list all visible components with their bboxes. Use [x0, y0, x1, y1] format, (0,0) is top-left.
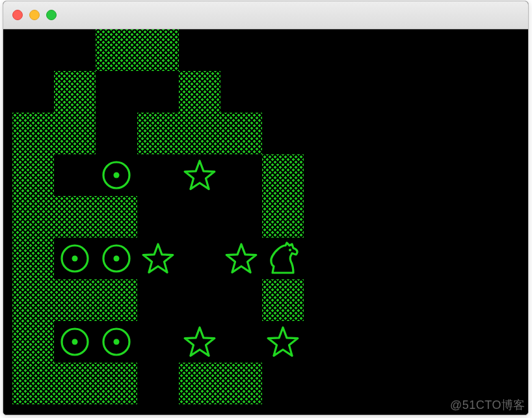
window-titlebar — [3, 1, 528, 29]
svg-point-4 — [72, 256, 78, 262]
target-marker — [54, 321, 96, 363]
target-marker — [96, 154, 137, 196]
floor-tile — [179, 279, 220, 321]
floor-tile — [179, 196, 220, 238]
wall-tile — [262, 154, 304, 196]
floor-tile — [220, 279, 262, 321]
floor-tile — [137, 279, 179, 321]
wall-tile — [12, 113, 54, 154]
void-tile — [262, 71, 304, 113]
star-box — [179, 321, 220, 363]
svg-marker-14 — [185, 327, 215, 355]
wall-tile — [12, 279, 54, 321]
wall-tile — [96, 279, 137, 321]
void-tile — [12, 71, 54, 113]
target-marker — [96, 321, 137, 363]
wall-tile — [179, 363, 220, 404]
void-tile — [262, 29, 304, 71]
void-tile — [54, 29, 96, 71]
svg-point-9 — [289, 249, 291, 251]
wall-tile — [179, 113, 220, 154]
svg-point-13 — [114, 339, 120, 345]
wall-tile — [54, 363, 96, 404]
svg-marker-7 — [143, 244, 173, 272]
game-viewport — [3, 29, 528, 415]
wall-tile — [179, 71, 220, 113]
floor-tile — [220, 321, 262, 363]
wall-tile — [137, 29, 179, 71]
void-tile — [220, 71, 262, 113]
wall-tile — [220, 113, 262, 154]
floor-tile — [96, 113, 137, 154]
wall-tile — [137, 113, 179, 154]
wall-tile — [262, 279, 304, 321]
target-marker — [96, 238, 137, 279]
void-tile — [220, 29, 262, 71]
floor-tile — [96, 71, 137, 113]
void-tile — [12, 29, 54, 71]
svg-point-1 — [114, 173, 120, 178]
wall-tile — [96, 363, 137, 404]
star-box — [262, 321, 304, 363]
wall-tile — [12, 196, 54, 238]
wall-tile — [54, 71, 96, 113]
star-box — [220, 238, 262, 279]
wall-tile — [12, 154, 54, 196]
floor-tile — [54, 154, 96, 196]
wall-tile — [262, 196, 304, 238]
void-tile — [262, 363, 304, 404]
svg-marker-15 — [268, 327, 298, 355]
svg-marker-2 — [185, 161, 215, 189]
wall-tile — [54, 279, 96, 321]
zoom-icon[interactable] — [46, 10, 57, 20]
svg-point-11 — [72, 339, 78, 345]
void-tile — [179, 29, 220, 71]
star-box — [137, 238, 179, 279]
star-box — [179, 154, 220, 196]
floor-tile — [137, 363, 179, 404]
svg-point-6 — [114, 256, 120, 262]
floor-tile — [137, 71, 179, 113]
target-marker — [54, 238, 96, 279]
wall-tile — [12, 321, 54, 363]
wall-tile — [12, 363, 54, 404]
floor-tile — [137, 196, 179, 238]
void-tile — [262, 113, 304, 154]
floor-tile — [220, 154, 262, 196]
player-horse-icon — [262, 238, 304, 279]
floor-tile — [137, 154, 179, 196]
floor-tile — [179, 238, 220, 279]
game-board — [12, 29, 304, 404]
wall-tile — [96, 29, 137, 71]
wall-tile — [54, 196, 96, 238]
wall-tile — [220, 363, 262, 404]
wall-tile — [12, 238, 54, 279]
wall-tile — [96, 196, 137, 238]
wall-tile — [54, 113, 96, 154]
svg-marker-8 — [226, 244, 256, 272]
close-icon[interactable] — [12, 10, 23, 20]
app-window — [3, 1, 529, 415]
floor-tile — [220, 196, 262, 238]
floor-tile — [137, 321, 179, 363]
minimize-icon[interactable] — [29, 10, 40, 20]
